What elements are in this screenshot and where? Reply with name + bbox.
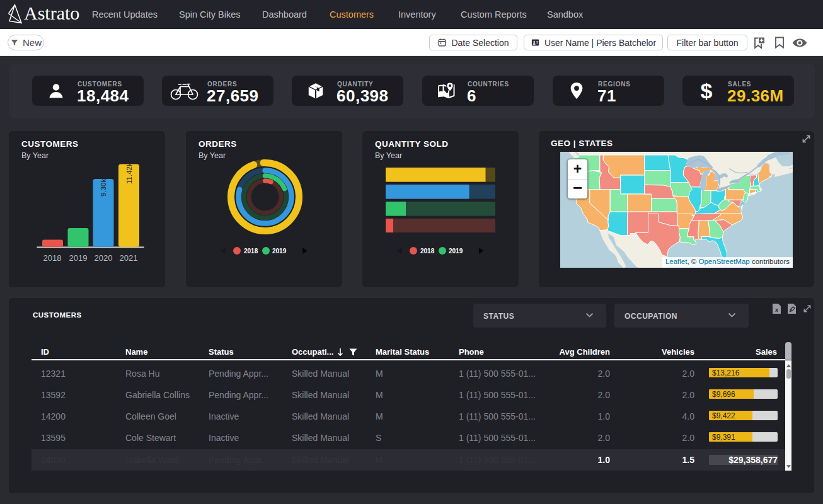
svg-text:9.30k: 9.30k: [100, 179, 107, 197]
svg-text:11.42k: 11.42k: [125, 163, 133, 184]
svg-text:x: x: [775, 307, 778, 313]
